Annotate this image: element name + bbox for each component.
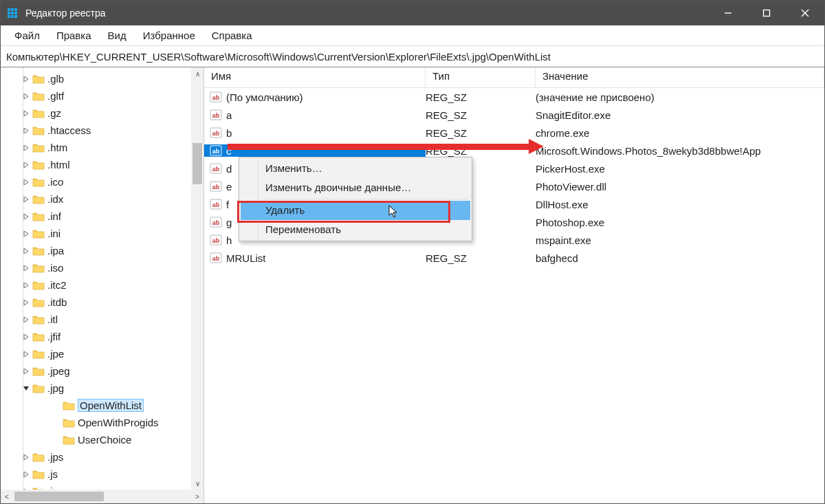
chevron-right-icon[interactable]	[20, 454, 32, 460]
chevron-right-icon[interactable]	[20, 317, 32, 322]
tree-node[interactable]: .html	[1, 156, 204, 173]
tree-node[interactable]: .jfif	[1, 328, 204, 345]
tree-node-label: .itl	[47, 314, 58, 325]
tree-node-label: .gz	[47, 107, 61, 119]
value-row[interactable]: abMRUListREG_SZbafghecd	[204, 249, 824, 267]
value-row[interactable]: abbREG_SZchrome.exe	[204, 124, 824, 142]
tree-node[interactable]: .jpe	[1, 345, 204, 362]
tree-node[interactable]: .idx	[1, 190, 204, 208]
value-name-cell: abb	[204, 127, 426, 139]
tree-node[interactable]: OpenWithProgids	[1, 414, 204, 431]
tree-node[interactable]: .inf	[1, 208, 204, 225]
tree-node[interactable]: .iso	[1, 259, 204, 276]
svg-text:ab: ab	[212, 130, 220, 137]
chevron-right-icon[interactable]	[20, 214, 32, 219]
maximize-button[interactable]	[747, 1, 786, 25]
tree-node[interactable]: .gltf	[1, 87, 204, 105]
chevron-right-icon[interactable]	[20, 111, 32, 116]
chevron-right-icon[interactable]	[20, 248, 32, 254]
context-menu-modify-binary[interactable]: Изменить двоичные данные…	[241, 178, 470, 197]
tree-node[interactable]: .itl	[1, 311, 204, 328]
chevron-right-icon[interactable]	[20, 128, 32, 133]
folder-icon	[32, 228, 45, 240]
value-type-cell: REG_SZ	[426, 145, 536, 157]
tree-node[interactable]: .itc2	[1, 276, 204, 294]
chevron-right-icon[interactable]	[20, 351, 32, 357]
menu-favorites[interactable]: Избранное	[135, 27, 204, 44]
scroll-right-arrow-icon[interactable]: >	[192, 493, 202, 501]
tree-node-label: OpenWithList	[78, 399, 144, 412]
tree-node-label: .htaccess	[47, 124, 91, 136]
column-header-type[interactable]: Тип	[426, 67, 536, 87]
chevron-right-icon[interactable]	[20, 369, 32, 374]
chevron-right-icon[interactable]	[20, 283, 32, 288]
tree-node[interactable]: .htm	[1, 139, 204, 156]
tree-node[interactable]: .glb	[1, 70, 204, 87]
chevron-right-icon[interactable]	[20, 76, 32, 82]
value-data-cell: Photoshop.exe	[536, 217, 824, 228]
chevron-right-icon[interactable]	[20, 197, 32, 202]
tree-node[interactable]: .htaccess	[1, 122, 204, 139]
scroll-up-arrow-icon[interactable]: ∧	[191, 67, 204, 80]
tree-body[interactable]: .glb.gltf.gz.htaccess.htm.html.ico.idx.i…	[1, 67, 204, 490]
context-menu-rename[interactable]: Переименовать	[241, 220, 470, 239]
context-menu-modify[interactable]: Изменить…	[241, 159, 470, 178]
titlebar: Редактор реестра	[1, 1, 824, 25]
scroll-thumb[interactable]	[192, 143, 202, 184]
context-menu-delete[interactable]: Удалить	[241, 201, 470, 220]
chevron-right-icon[interactable]	[20, 334, 32, 340]
svg-text:ab: ab	[212, 255, 220, 262]
folder-icon	[32, 331, 45, 343]
chevron-down-icon[interactable]	[20, 386, 32, 391]
svg-text:ab: ab	[212, 166, 220, 173]
tree-node[interactable]: UserChoice	[1, 431, 204, 448]
tree-node[interactable]: .ison	[1, 483, 204, 490]
tree-vertical-scrollbar[interactable]: ∧ ∨	[191, 67, 204, 490]
menu-view[interactable]: Вид	[100, 27, 135, 44]
column-header-value[interactable]: Значение	[536, 67, 824, 87]
menu-help[interactable]: Справка	[204, 27, 261, 44]
tree-node[interactable]: .ipa	[1, 242, 204, 259]
scroll-down-arrow-icon[interactable]: ∨	[191, 477, 204, 490]
chevron-right-icon[interactable]	[20, 231, 32, 237]
folder-icon	[63, 434, 75, 446]
address-input[interactable]	[6, 51, 819, 63]
close-button[interactable]	[786, 1, 824, 25]
tree-node-label: .ipa	[47, 245, 64, 256]
chevron-right-icon[interactable]	[20, 179, 32, 185]
tree-node[interactable]: .itdb	[1, 294, 204, 311]
tree-node[interactable]: .ico	[1, 173, 204, 190]
chevron-right-icon[interactable]	[20, 265, 32, 271]
value-row[interactable]: ab(По умолчанию)REG_SZ(значение не присв…	[204, 88, 824, 106]
chevron-right-icon[interactable]	[20, 472, 32, 477]
chevron-right-icon[interactable]	[20, 489, 32, 490]
scroll-left-arrow-icon[interactable]: <	[2, 493, 12, 501]
tree-horizontal-scrollbar[interactable]: < >	[1, 490, 204, 503]
menu-edit[interactable]: Правка	[48, 27, 100, 44]
tree-node[interactable]: .js	[1, 465, 204, 483]
value-data-cell: SnagitEditor.exe	[536, 109, 824, 121]
registry-tree[interactable]: .glb.gltf.gz.htaccess.htm.html.ico.idx.i…	[1, 70, 204, 490]
tree-node[interactable]: .ini	[1, 225, 204, 242]
tree-node[interactable]: .jpg	[1, 380, 204, 397]
hscroll-thumb[interactable]	[14, 492, 104, 501]
chevron-right-icon[interactable]	[20, 145, 32, 151]
chevron-right-icon[interactable]	[20, 162, 32, 168]
column-header-name[interactable]: Имя	[204, 67, 426, 87]
chevron-right-icon[interactable]	[20, 300, 32, 305]
folder-icon	[32, 485, 45, 490]
folder-icon	[32, 193, 45, 206]
chevron-right-icon[interactable]	[20, 94, 32, 99]
value-name-cell: aba	[204, 109, 426, 121]
value-row[interactable]: abaREG_SZSnagitEditor.exe	[204, 106, 824, 124]
folder-icon	[32, 176, 45, 188]
value-list[interactable]: ab(По умолчанию)REG_SZ(значение не присв…	[204, 88, 824, 503]
tree-node[interactable]: .jpeg	[1, 362, 204, 380]
value-data-cell: bafghecd	[536, 252, 824, 264]
tree-node[interactable]: .gz	[1, 105, 204, 122]
svg-rect-8	[14, 15, 17, 18]
tree-node[interactable]: .jps	[1, 448, 204, 465]
menu-file[interactable]: Файл	[6, 27, 48, 44]
tree-node[interactable]: OpenWithList	[1, 397, 204, 414]
minimize-button[interactable]	[709, 1, 747, 25]
